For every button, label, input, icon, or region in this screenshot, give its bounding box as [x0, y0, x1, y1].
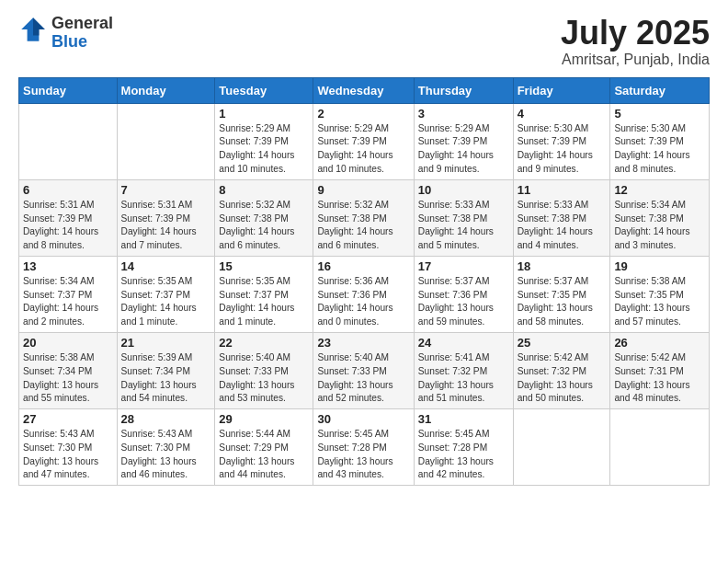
calendar-cell: 2Sunrise: 5:29 AM Sunset: 7:39 PM Daylig… — [313, 103, 414, 179]
page: General Blue July 2025 Amritsar, Punjab,… — [0, 0, 728, 563]
calendar-cell: 1Sunrise: 5:29 AM Sunset: 7:39 PM Daylig… — [215, 103, 313, 179]
calendar-cell: 6Sunrise: 5:31 AM Sunset: 7:39 PM Daylig… — [19, 179, 118, 256]
day-number: 21 — [121, 336, 211, 350]
calendar-cell — [19, 103, 118, 179]
day-info: Sunrise: 5:33 AM Sunset: 7:38 PM Dayligh… — [418, 199, 509, 253]
day-info: Sunrise: 5:36 AM Sunset: 7:36 PM Dayligh… — [317, 275, 409, 329]
calendar-cell: 16Sunrise: 5:36 AM Sunset: 7:36 PM Dayli… — [313, 256, 414, 332]
calendar-cell: 12Sunrise: 5:34 AM Sunset: 7:38 PM Dayli… — [610, 179, 710, 256]
calendar-cell: 24Sunrise: 5:41 AM Sunset: 7:32 PM Dayli… — [414, 332, 513, 408]
day-number: 27 — [23, 412, 113, 426]
day-info: Sunrise: 5:39 AM Sunset: 7:34 PM Dayligh… — [121, 351, 211, 406]
day-number: 14 — [121, 259, 211, 273]
day-info: Sunrise: 5:42 AM Sunset: 7:32 PM Dayligh… — [518, 351, 607, 406]
day-number: 17 — [418, 259, 509, 273]
calendar-cell: 8Sunrise: 5:32 AM Sunset: 7:38 PM Daylig… — [215, 179, 313, 256]
day-number: 24 — [418, 336, 509, 350]
day-info: Sunrise: 5:30 AM Sunset: 7:39 PM Dayligh… — [614, 122, 705, 177]
day-number: 8 — [219, 183, 309, 197]
day-info: Sunrise: 5:31 AM Sunset: 7:39 PM Dayligh… — [23, 199, 113, 253]
day-info: Sunrise: 5:38 AM Sunset: 7:34 PM Dayligh… — [23, 351, 113, 406]
day-number: 19 — [614, 259, 705, 273]
day-number: 25 — [518, 336, 607, 350]
calendar-cell: 4Sunrise: 5:30 AM Sunset: 7:39 PM Daylig… — [513, 103, 610, 179]
weekday-sunday: Sunday — [19, 77, 118, 103]
day-number: 20 — [23, 336, 113, 350]
calendar-cell: 27Sunrise: 5:43 AM Sunset: 7:30 PM Dayli… — [19, 409, 118, 486]
day-number: 28 — [121, 412, 211, 426]
calendar-cell: 23Sunrise: 5:40 AM Sunset: 7:33 PM Dayli… — [313, 332, 414, 408]
title-block: July 2025 Amritsar, Punjab, India — [561, 15, 710, 68]
calendar-cell: 9Sunrise: 5:32 AM Sunset: 7:38 PM Daylig… — [313, 179, 414, 256]
day-number: 10 — [418, 183, 509, 197]
weekday-wednesday: Wednesday — [313, 77, 414, 103]
day-number: 30 — [317, 412, 409, 426]
calendar-cell: 7Sunrise: 5:31 AM Sunset: 7:39 PM Daylig… — [117, 179, 215, 256]
day-number: 22 — [219, 336, 309, 350]
day-info: Sunrise: 5:30 AM Sunset: 7:39 PM Dayligh… — [518, 122, 607, 177]
day-number: 26 — [614, 336, 705, 350]
calendar-cell: 19Sunrise: 5:38 AM Sunset: 7:35 PM Dayli… — [610, 256, 710, 332]
day-info: Sunrise: 5:38 AM Sunset: 7:35 PM Dayligh… — [614, 275, 705, 329]
day-info: Sunrise: 5:29 AM Sunset: 7:39 PM Dayligh… — [219, 122, 309, 177]
day-info: Sunrise: 5:37 AM Sunset: 7:35 PM Dayligh… — [518, 275, 607, 329]
day-number: 16 — [317, 259, 409, 273]
day-info: Sunrise: 5:35 AM Sunset: 7:37 PM Dayligh… — [219, 275, 309, 329]
logo-general-text: General — [51, 15, 113, 33]
day-info: Sunrise: 5:40 AM Sunset: 7:33 PM Dayligh… — [317, 351, 409, 406]
day-info: Sunrise: 5:29 AM Sunset: 7:39 PM Dayligh… — [317, 122, 409, 177]
day-info: Sunrise: 5:35 AM Sunset: 7:37 PM Dayligh… — [121, 275, 211, 329]
day-number: 29 — [219, 412, 309, 426]
weekday-friday: Friday — [513, 77, 610, 103]
day-info: Sunrise: 5:32 AM Sunset: 7:38 PM Dayligh… — [219, 199, 309, 253]
calendar-cell: 21Sunrise: 5:39 AM Sunset: 7:34 PM Dayli… — [117, 332, 215, 408]
day-number: 7 — [121, 183, 211, 197]
calendar-week-1: 1Sunrise: 5:29 AM Sunset: 7:39 PM Daylig… — [19, 103, 710, 179]
calendar-cell: 28Sunrise: 5:43 AM Sunset: 7:30 PM Dayli… — [117, 409, 215, 486]
calendar-cell: 25Sunrise: 5:42 AM Sunset: 7:32 PM Dayli… — [513, 332, 610, 408]
calendar-cell — [513, 409, 610, 486]
calendar-cell: 17Sunrise: 5:37 AM Sunset: 7:36 PM Dayli… — [414, 256, 513, 332]
day-info: Sunrise: 5:31 AM Sunset: 7:39 PM Dayligh… — [121, 199, 211, 253]
calendar-cell: 18Sunrise: 5:37 AM Sunset: 7:35 PM Dayli… — [513, 256, 610, 332]
day-info: Sunrise: 5:32 AM Sunset: 7:38 PM Dayligh… — [317, 199, 409, 253]
day-info: Sunrise: 5:45 AM Sunset: 7:28 PM Dayligh… — [317, 428, 409, 482]
day-info: Sunrise: 5:43 AM Sunset: 7:30 PM Dayligh… — [121, 428, 211, 482]
day-info: Sunrise: 5:37 AM Sunset: 7:36 PM Dayligh… — [418, 275, 509, 329]
calendar-week-4: 20Sunrise: 5:38 AM Sunset: 7:34 PM Dayli… — [19, 332, 710, 408]
weekday-tuesday: Tuesday — [215, 77, 313, 103]
day-info: Sunrise: 5:34 AM Sunset: 7:38 PM Dayligh… — [614, 199, 705, 253]
weekday-thursday: Thursday — [414, 77, 513, 103]
calendar-cell: 5Sunrise: 5:30 AM Sunset: 7:39 PM Daylig… — [610, 103, 710, 179]
calendar-cell: 11Sunrise: 5:33 AM Sunset: 7:38 PM Dayli… — [513, 179, 610, 256]
day-number: 18 — [518, 259, 607, 273]
calendar-week-2: 6Sunrise: 5:31 AM Sunset: 7:39 PM Daylig… — [19, 179, 710, 256]
day-number: 23 — [317, 336, 409, 350]
calendar-cell: 3Sunrise: 5:29 AM Sunset: 7:39 PM Daylig… — [414, 103, 513, 179]
calendar-cell: 26Sunrise: 5:42 AM Sunset: 7:31 PM Dayli… — [610, 332, 710, 408]
calendar-week-3: 13Sunrise: 5:34 AM Sunset: 7:37 PM Dayli… — [19, 256, 710, 332]
day-number: 13 — [23, 259, 113, 273]
day-number: 11 — [518, 183, 607, 197]
calendar-cell: 13Sunrise: 5:34 AM Sunset: 7:37 PM Dayli… — [19, 256, 118, 332]
calendar-cell: 31Sunrise: 5:45 AM Sunset: 7:28 PM Dayli… — [414, 409, 513, 486]
calendar-cell — [117, 103, 215, 179]
day-number: 12 — [614, 183, 705, 197]
day-number: 9 — [317, 183, 409, 197]
weekday-header-row: SundayMondayTuesdayWednesdayThursdayFrid… — [19, 77, 710, 103]
logo-blue-text: Blue — [51, 33, 113, 52]
calendar-week-5: 27Sunrise: 5:43 AM Sunset: 7:30 PM Dayli… — [19, 409, 710, 486]
day-number: 31 — [418, 412, 509, 426]
day-info: Sunrise: 5:42 AM Sunset: 7:31 PM Dayligh… — [614, 351, 705, 406]
location-title: Amritsar, Punjab, India — [561, 52, 710, 68]
weekday-monday: Monday — [117, 77, 215, 103]
month-title: July 2025 — [561, 15, 710, 52]
day-info: Sunrise: 5:41 AM Sunset: 7:32 PM Dayligh… — [418, 351, 509, 406]
calendar-cell: 14Sunrise: 5:35 AM Sunset: 7:37 PM Dayli… — [117, 256, 215, 332]
day-number: 6 — [23, 183, 113, 197]
weekday-saturday: Saturday — [610, 77, 710, 103]
day-info: Sunrise: 5:45 AM Sunset: 7:28 PM Dayligh… — [418, 428, 509, 482]
calendar-cell: 15Sunrise: 5:35 AM Sunset: 7:37 PM Dayli… — [215, 256, 313, 332]
day-info: Sunrise: 5:33 AM Sunset: 7:38 PM Dayligh… — [518, 199, 607, 253]
calendar-cell — [610, 409, 710, 486]
